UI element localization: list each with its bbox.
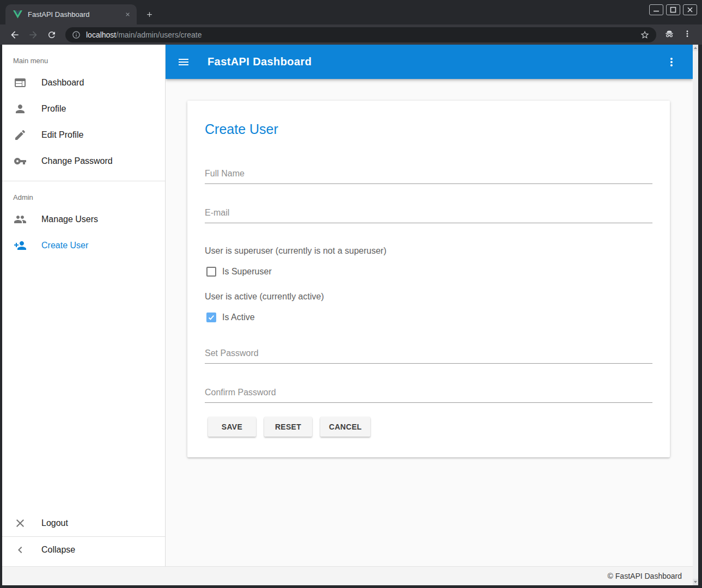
sidebar-section-main-menu: Main menu	[13, 57, 165, 65]
scroll-up-icon[interactable]	[693, 45, 698, 51]
active-hint: User is active (currently active)	[205, 292, 652, 302]
site-info-icon[interactable]	[72, 30, 81, 39]
sidebar-item-collapse[interactable]: Collapse	[2, 537, 165, 563]
close-icon	[14, 517, 27, 530]
browser-window: FastAPI Dashboard	[0, 0, 702, 588]
sidebar-item-change-password[interactable]: Change Password	[2, 148, 165, 174]
sidebar-item-label: Create User	[41, 241, 88, 250]
key-icon	[14, 155, 27, 168]
full-name-input[interactable]	[205, 168, 652, 184]
tab-title: FastAPI Dashboard	[28, 10, 123, 19]
email-input[interactable]	[205, 207, 652, 223]
vue-logo-icon	[13, 10, 22, 19]
window-minimize-icon[interactable]	[649, 4, 663, 15]
sidebar-item-manage-users[interactable]: Manage Users	[2, 206, 165, 232]
sidebar-item-label: Collapse	[41, 545, 75, 555]
sidebar: Main menu Dashboard Profile	[2, 45, 166, 566]
cancel-button[interactable]: CANCEL	[320, 417, 370, 437]
url-text: localhost/main/admin/users/create	[86, 30, 202, 39]
email-field	[205, 207, 652, 223]
new-tab-button[interactable]	[143, 8, 156, 21]
browser-tab[interactable]: FastAPI Dashboard	[5, 4, 137, 24]
sidebar-item-label: Change Password	[41, 156, 113, 166]
browser-menu-dots-icon[interactable]	[682, 29, 692, 41]
url-host: localhost	[86, 30, 116, 39]
pencil-icon	[14, 128, 27, 142]
reset-button[interactable]: RESET	[264, 417, 312, 437]
browser-toolbar: localhost/main/admin/users/create	[0, 24, 702, 45]
page-body: Main menu Dashboard Profile	[2, 45, 698, 585]
is-active-checkbox[interactable]: Is Active	[206, 313, 652, 322]
form-buttons: SAVE RESET CANCEL	[208, 417, 652, 437]
sidebar-item-label: Profile	[41, 104, 66, 114]
checkbox-label: Is Superuser	[222, 267, 272, 277]
sidebar-item-label: Edit Profile	[41, 130, 83, 140]
confirm-password-input[interactable]	[205, 387, 652, 403]
tab-close-icon[interactable]	[123, 10, 132, 20]
sidebar-item-dashboard[interactable]: Dashboard	[2, 70, 165, 96]
page-title: Create User	[205, 121, 652, 137]
spacer	[205, 322, 652, 347]
checkbox-label: Is Active	[222, 313, 255, 322]
scroll-down-icon[interactable]	[693, 579, 698, 585]
sidebar-divider	[2, 181, 165, 181]
is-superuser-checkbox[interactable]: Is Superuser	[206, 267, 652, 277]
checkbox-unchecked-icon[interactable]	[206, 267, 216, 277]
toolbar-right	[662, 28, 697, 41]
set-password-input[interactable]	[205, 347, 652, 364]
page-scrollbar[interactable]	[693, 45, 698, 585]
superuser-hint: User is superuser (currently is not a su…	[205, 246, 652, 256]
appbar-title: FastAPI Dashboard	[207, 56, 312, 68]
set-password-field	[205, 347, 652, 364]
main-area: FastAPI Dashboard Create User User is su…	[166, 45, 698, 566]
content-row: Main menu Dashboard Profile	[2, 45, 698, 566]
window-controls	[649, 4, 697, 15]
sidebar-item-label: Manage Users	[41, 215, 98, 224]
forward-icon[interactable]	[26, 27, 41, 42]
incognito-icon	[664, 28, 675, 41]
full-name-field	[205, 168, 652, 184]
window-close-icon[interactable]	[683, 4, 697, 15]
url-path: /main/admin/users/create	[116, 30, 202, 39]
app-footer: © FastAPI Dashboard	[2, 566, 698, 585]
sidebar-item-logout[interactable]: Logout	[2, 510, 165, 536]
address-bar[interactable]: localhost/main/admin/users/create	[65, 27, 656, 42]
appbar: FastAPI Dashboard	[166, 45, 693, 79]
back-icon[interactable]	[7, 27, 22, 42]
hamburger-menu-icon[interactable]	[177, 56, 190, 69]
appbar-dots-vertical-icon[interactable]	[665, 56, 678, 69]
person-add-icon	[14, 239, 27, 252]
confirm-password-field	[205, 387, 652, 403]
person-icon	[14, 102, 27, 115]
sidebar-spacer	[2, 259, 165, 510]
browser-tabstrip: FastAPI Dashboard	[0, 0, 702, 24]
save-button[interactable]: SAVE	[208, 417, 256, 437]
chevron-left-icon	[14, 543, 27, 556]
dashboard-icon	[14, 76, 27, 89]
bookmark-star-icon[interactable]	[640, 30, 650, 40]
window-maximize-icon[interactable]	[666, 4, 680, 15]
sidebar-item-create-user[interactable]: Create User	[2, 232, 165, 259]
create-user-card: Create User User is superuser (currently…	[187, 101, 670, 457]
checkbox-checked-icon[interactable]	[206, 313, 216, 322]
sidebar-item-label: Logout	[41, 518, 68, 528]
refresh-icon[interactable]	[44, 27, 59, 42]
sidebar-item-edit-profile[interactable]: Edit Profile	[2, 122, 165, 148]
sidebar-item-profile[interactable]: Profile	[2, 96, 165, 122]
copyright-text: © FastAPI Dashboard	[608, 572, 682, 580]
people-icon	[14, 213, 27, 226]
sidebar-section-admin: Admin	[13, 193, 165, 201]
sidebar-item-label: Dashboard	[41, 78, 84, 88]
